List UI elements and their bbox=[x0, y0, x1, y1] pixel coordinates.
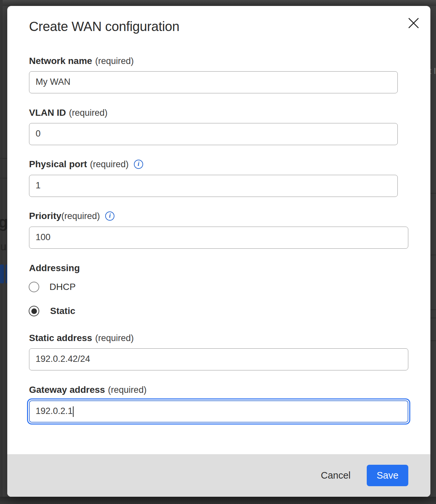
field-static-address: Static address (required) bbox=[29, 332, 408, 370]
background-text-fragment: u bbox=[0, 241, 6, 252]
required-hint: (required) bbox=[95, 333, 134, 343]
gateway-address-input[interactable] bbox=[29, 400, 408, 423]
radio-option-dhcp[interactable]: DHCP bbox=[29, 282, 76, 292]
static-address-input[interactable] bbox=[29, 348, 408, 370]
field-label: Gateway address bbox=[29, 385, 105, 395]
radio-label[interactable]: Static bbox=[50, 306, 75, 316]
radio-dot bbox=[31, 284, 37, 290]
required-hint: (required) bbox=[69, 108, 108, 118]
network-name-input[interactable] bbox=[29, 71, 398, 93]
required-hint: (required) bbox=[90, 159, 129, 170]
field-label: Static address bbox=[29, 333, 92, 343]
radio-option-static[interactable]: Static bbox=[29, 306, 75, 316]
radio-dot bbox=[31, 308, 37, 314]
radio-circle[interactable] bbox=[29, 306, 39, 316]
field-gateway-address: Gateway address (required) bbox=[29, 384, 408, 423]
field-physical-port: Physical port (required) bbox=[29, 159, 398, 197]
physical-port-input[interactable] bbox=[29, 175, 398, 197]
background-table-line bbox=[430, 309, 436, 310]
background-table-line bbox=[0, 178, 7, 178]
field-label: Network name bbox=[29, 56, 92, 66]
required-hint: (required) bbox=[108, 385, 146, 395]
field-label: Physical port bbox=[29, 159, 87, 170]
background-table-line bbox=[0, 158, 7, 159]
field-vlan-id: VLAN ID (required) bbox=[29, 107, 398, 145]
radio-label[interactable]: DHCP bbox=[49, 282, 76, 292]
dialog-title: Create WAN configuration bbox=[29, 19, 179, 34]
text-cursor bbox=[73, 406, 74, 417]
required-hint: (required) bbox=[61, 211, 100, 221]
background-bottom-band bbox=[0, 497, 436, 504]
radio-circle[interactable] bbox=[29, 282, 39, 292]
background-button-fragment bbox=[0, 265, 4, 283]
dialog-footer: Cancel Save bbox=[7, 454, 430, 497]
info-icon[interactable] bbox=[134, 160, 143, 169]
save-button[interactable]: Save bbox=[367, 465, 408, 486]
background-table-line bbox=[430, 255, 436, 255]
field-network-name: Network name (required) bbox=[29, 55, 398, 93]
cancel-button[interactable]: Cancel bbox=[321, 470, 351, 481]
info-icon[interactable] bbox=[105, 211, 114, 221]
background-table-line bbox=[430, 193, 436, 194]
priority-input[interactable] bbox=[29, 227, 408, 249]
required-hint: (required) bbox=[95, 56, 134, 66]
vlan-id-input[interactable] bbox=[29, 123, 398, 145]
field-label: VLAN ID bbox=[29, 108, 66, 118]
background-top-band bbox=[0, 0, 436, 6]
close-icon bbox=[408, 17, 420, 29]
background-table-line bbox=[430, 318, 436, 318]
close-button[interactable] bbox=[406, 15, 421, 31]
background-table-line bbox=[430, 340, 436, 341]
field-label: Priority bbox=[29, 211, 61, 221]
addressing-heading: Addressing bbox=[29, 263, 80, 273]
create-wan-dialog: Create WAN configuration Network name (r… bbox=[7, 6, 430, 497]
field-priority: Priority (required) bbox=[29, 210, 408, 249]
